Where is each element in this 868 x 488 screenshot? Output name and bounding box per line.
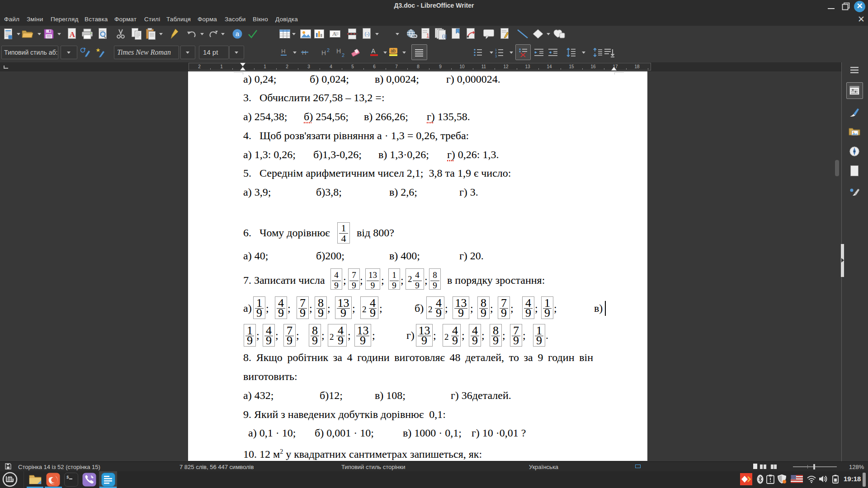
- svg-text:3: 3: [495, 54, 497, 57]
- svg-text:1: 1: [426, 33, 429, 39]
- svg-text:ab: ab: [391, 48, 396, 53]
- svg-text:2: 2: [342, 52, 344, 57]
- svg-text:2: 2: [327, 47, 330, 53]
- svg-text:A: A: [371, 47, 376, 55]
- svg-text:Н: Н: [281, 48, 285, 55]
- svg-text:$: $: [66, 475, 69, 480]
- svg-text:A: A: [70, 30, 75, 39]
- svg-text:(i): (i): [442, 33, 447, 39]
- svg-text:(-): (-): [365, 31, 370, 37]
- svg-text:Н: Н: [336, 47, 341, 55]
- svg-text:Н: Н: [321, 49, 326, 56]
- svg-text:a: a: [236, 30, 240, 38]
